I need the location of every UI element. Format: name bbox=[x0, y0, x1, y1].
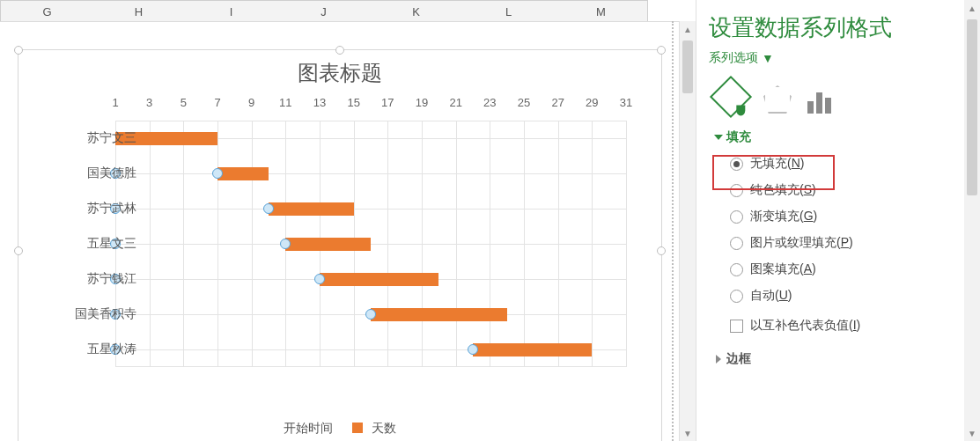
legend-item-label: 开始时间 bbox=[284, 421, 333, 435]
expand-icon bbox=[716, 355, 721, 364]
series-options-label: 系列选项 bbox=[709, 50, 758, 66]
chart-legend[interactable]: 开始时间 天数 bbox=[18, 421, 661, 437]
scroll-down-icon[interactable]: ▼ bbox=[964, 425, 980, 441]
column-header[interactable]: G bbox=[0, 0, 94, 23]
format-data-series-pane: 设置数据系列格式 系列选项 ▼ 填充 无填充(N)纯色填充(S)渐变填充(G)图… bbox=[696, 0, 980, 441]
category-label: 苏宁武林 bbox=[22, 201, 136, 217]
grid-line bbox=[0, 21, 687, 22]
resize-handle[interactable] bbox=[657, 46, 666, 55]
chart-title[interactable]: 图表标题 bbox=[18, 59, 661, 87]
fill-option[interactable]: 渐变填充(G) bbox=[730, 203, 968, 230]
scroll-thumb[interactable] bbox=[967, 19, 977, 195]
highlight-box bbox=[712, 155, 835, 190]
scroll-thumb[interactable] bbox=[682, 40, 693, 93]
x-tick: 27 bbox=[551, 96, 564, 109]
x-tick: 21 bbox=[449, 96, 461, 109]
grid-line bbox=[115, 209, 626, 209]
legend-item-label: 天数 bbox=[372, 421, 396, 435]
column-header[interactable]: L bbox=[462, 0, 556, 23]
x-tick: 29 bbox=[586, 96, 598, 109]
category-label: 苏宁文三 bbox=[22, 130, 136, 146]
x-tick: 5 bbox=[181, 96, 187, 109]
fill-section-label: 填充 bbox=[726, 129, 751, 145]
scroll-up-icon[interactable]: ▲ bbox=[680, 21, 696, 37]
column-header[interactable]: H bbox=[92, 0, 186, 23]
radio-icon bbox=[730, 210, 743, 224]
border-section-label: 边框 bbox=[726, 351, 751, 367]
series-marker[interactable] bbox=[212, 168, 223, 179]
x-tick: 13 bbox=[313, 96, 326, 109]
series-marker[interactable] bbox=[365, 309, 376, 320]
series-marker[interactable] bbox=[314, 274, 325, 284]
x-axis[interactable]: 135791113151719212325272931 bbox=[115, 96, 626, 117]
scroll-up-icon[interactable]: ▲ bbox=[964, 0, 980, 16]
checkbox-icon bbox=[730, 320, 743, 333]
bar-segment[interactable] bbox=[269, 202, 354, 216]
worksheet-area[interactable]: 图表标题 135791113151719212325272931 苏宁文三国美德… bbox=[0, 21, 687, 440]
resize-handle[interactable] bbox=[335, 46, 344, 55]
chevron-down-icon: ▼ bbox=[762, 51, 774, 65]
plot-area[interactable] bbox=[115, 121, 626, 367]
fill-option-label: 渐变填充(G) bbox=[750, 209, 817, 224]
fill-option-label: 图片或纹理填充(P) bbox=[750, 235, 853, 251]
effects-tab-icon[interactable] bbox=[763, 85, 792, 114]
x-tick: 1 bbox=[112, 96, 118, 109]
legend-swatch bbox=[352, 423, 363, 433]
category-label: 国美香积寺 bbox=[22, 306, 136, 322]
grid-line bbox=[626, 121, 627, 367]
fill-option-label: 自动(U) bbox=[750, 288, 792, 304]
fill-option[interactable]: 自动(U) bbox=[730, 283, 968, 309]
series-marker[interactable] bbox=[263, 203, 274, 214]
invert-negative-checkbox[interactable]: 以互补色代表负值(I) bbox=[730, 312, 968, 339]
border-section-header[interactable]: 边框 bbox=[716, 351, 968, 367]
category-label: 五星秋涛 bbox=[22, 342, 136, 357]
bar-segment[interactable] bbox=[473, 343, 592, 356]
fill-section-header[interactable]: 填充 bbox=[716, 129, 968, 145]
bar-segment[interactable] bbox=[371, 308, 507, 321]
column-header[interactable]: K bbox=[370, 0, 463, 23]
x-tick: 19 bbox=[416, 96, 428, 109]
fill-line-tab-icon[interactable] bbox=[714, 80, 748, 114]
x-tick: 9 bbox=[248, 96, 254, 109]
fill-option[interactable]: 图片或纹理填充(P) bbox=[730, 230, 968, 256]
column-header[interactable]: M bbox=[555, 0, 648, 23]
bar-segment[interactable] bbox=[285, 238, 371, 251]
grid-line bbox=[115, 244, 626, 245]
invert-label: 以互补色代表负值(I) bbox=[750, 318, 860, 334]
pane-tab-icons bbox=[714, 80, 968, 114]
x-tick: 23 bbox=[483, 96, 496, 109]
radio-icon bbox=[730, 237, 743, 250]
x-tick: 17 bbox=[381, 96, 394, 109]
category-label: 五星文三 bbox=[22, 236, 136, 252]
x-tick: 3 bbox=[146, 96, 152, 109]
bar-segment[interactable] bbox=[217, 167, 269, 180]
x-tick: 7 bbox=[214, 96, 220, 109]
resize-handle[interactable] bbox=[14, 46, 23, 55]
x-tick: 11 bbox=[279, 96, 291, 109]
app-root: GHIJKLM 图表标题 135791113151719212325272931… bbox=[0, 0, 980, 441]
x-tick: 25 bbox=[518, 96, 530, 109]
radio-icon bbox=[730, 290, 743, 303]
series-options-tab-icon[interactable] bbox=[807, 92, 831, 114]
category-label: 苏宁钱江 bbox=[22, 271, 136, 287]
radio-icon bbox=[730, 263, 743, 276]
resize-handle[interactable] bbox=[657, 246, 666, 255]
grid-line bbox=[115, 173, 626, 174]
series-marker[interactable] bbox=[280, 239, 291, 249]
bar-segment[interactable] bbox=[320, 273, 438, 286]
pane-title: 设置数据系列格式 bbox=[709, 12, 968, 43]
series-marker[interactable] bbox=[468, 344, 478, 355]
fill-option-label: 图案填充(A) bbox=[750, 261, 816, 277]
x-tick: 15 bbox=[347, 96, 359, 109]
fill-option[interactable]: 图案填充(A) bbox=[730, 256, 968, 283]
x-tick: 31 bbox=[620, 96, 632, 109]
category-label: 国美德胜 bbox=[22, 165, 136, 181]
worksheet-vertical-scrollbar[interactable]: ▲ ▼ bbox=[679, 21, 696, 441]
column-header[interactable]: I bbox=[185, 0, 278, 23]
scroll-down-icon[interactable]: ▼ bbox=[680, 425, 696, 441]
pane-vertical-scrollbar[interactable]: ▲ ▼ bbox=[964, 0, 980, 441]
chart-container[interactable]: 图表标题 135791113151719212325272931 苏宁文三国美德… bbox=[18, 49, 662, 441]
column-header[interactable]: J bbox=[277, 0, 371, 23]
series-options-dropdown[interactable]: 系列选项 ▼ bbox=[709, 50, 968, 66]
collapse-icon bbox=[714, 135, 723, 140]
